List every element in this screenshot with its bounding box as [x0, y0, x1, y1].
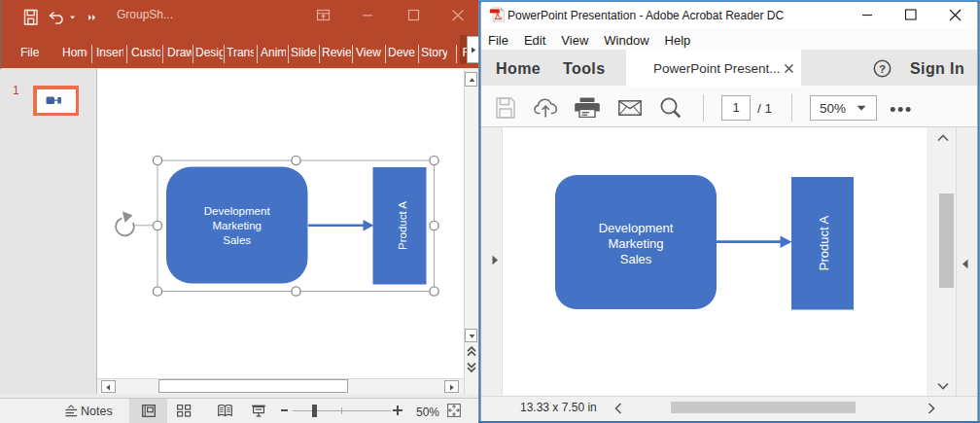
svg-text:Product A: Product A	[397, 201, 408, 250]
svg-text:?: ?	[879, 63, 886, 75]
svg-text:Development: Development	[204, 205, 271, 217]
svg-text:Product A: Product A	[817, 215, 831, 270]
svg-text:Sales: Sales	[620, 252, 652, 266]
svg-text:Development: Development	[599, 221, 674, 235]
svg-text:Marketing: Marketing	[212, 220, 262, 231]
svg-text:Sales: Sales	[223, 234, 251, 246]
svg-text:Marketing: Marketing	[608, 236, 663, 251]
